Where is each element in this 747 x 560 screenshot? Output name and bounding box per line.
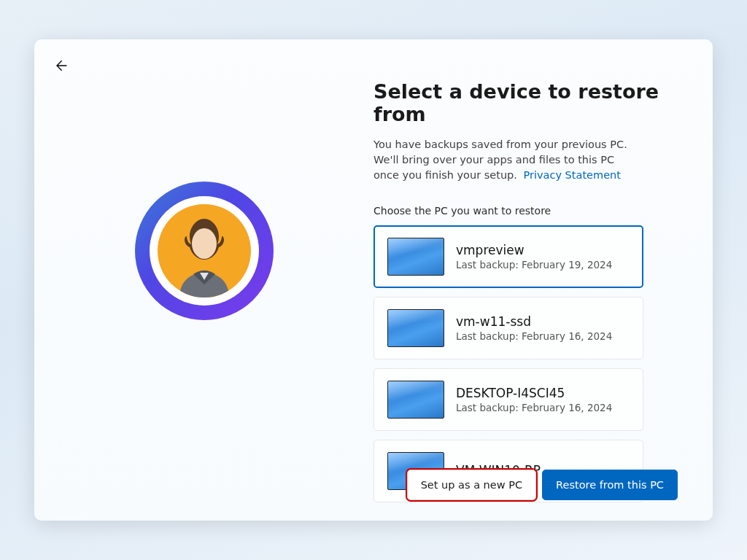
footer-buttons: Set up as a new PC Restore from this PC xyxy=(407,470,678,500)
device-name: vm-w11-ssd xyxy=(456,314,612,329)
choose-label: Choose the PC you want to restore xyxy=(374,205,678,217)
back-button[interactable] xyxy=(50,55,71,76)
privacy-link[interactable]: Privacy Statement xyxy=(524,169,621,181)
avatar-ring xyxy=(135,182,274,320)
device-text: vm-w11-ssd Last backup: February 16, 202… xyxy=(456,314,612,342)
device-text: DESKTOP-I4SCI45 Last backup: February 16… xyxy=(456,386,612,413)
arrow-left-icon xyxy=(53,58,68,73)
svg-point-0 xyxy=(192,228,217,259)
device-sub: Last backup: February 19, 2024 xyxy=(456,259,612,271)
avatar-ring-inner xyxy=(150,196,259,306)
device-card-vmpreview[interactable]: vmpreview Last backup: February 19, 2024 xyxy=(374,225,643,288)
restore-from-pc-button[interactable]: Restore from this PC xyxy=(542,470,678,500)
device-name: DESKTOP-I4SCI45 xyxy=(456,386,612,400)
device-name: vmpreview xyxy=(456,243,612,257)
page-title: Select a device to restore from xyxy=(374,80,678,125)
device-sub: Last backup: February 16, 2024 xyxy=(456,402,612,413)
setup-new-pc-button[interactable]: Set up as a new PC xyxy=(407,470,536,500)
page-subtitle: You have backups saved from your previou… xyxy=(374,137,636,183)
device-card-desktop-i4sci45[interactable]: DESKTOP-I4SCI45 Last backup: February 16… xyxy=(374,368,643,431)
oobe-panel: Select a device to restore from You have… xyxy=(34,39,713,521)
device-sub: Last backup: February 16, 2024 xyxy=(456,330,612,342)
avatar-icon xyxy=(158,204,251,298)
device-thumbnail-icon xyxy=(387,309,444,347)
device-card-vm-w11-ssd[interactable]: vm-w11-ssd Last backup: February 16, 202… xyxy=(374,297,643,359)
device-thumbnail-icon xyxy=(387,381,444,419)
device-thumbnail-icon xyxy=(387,238,444,276)
content-column: Select a device to restore from You have… xyxy=(374,39,713,521)
illustration-column xyxy=(34,39,374,521)
device-text: vmpreview Last backup: February 19, 2024 xyxy=(456,243,612,271)
